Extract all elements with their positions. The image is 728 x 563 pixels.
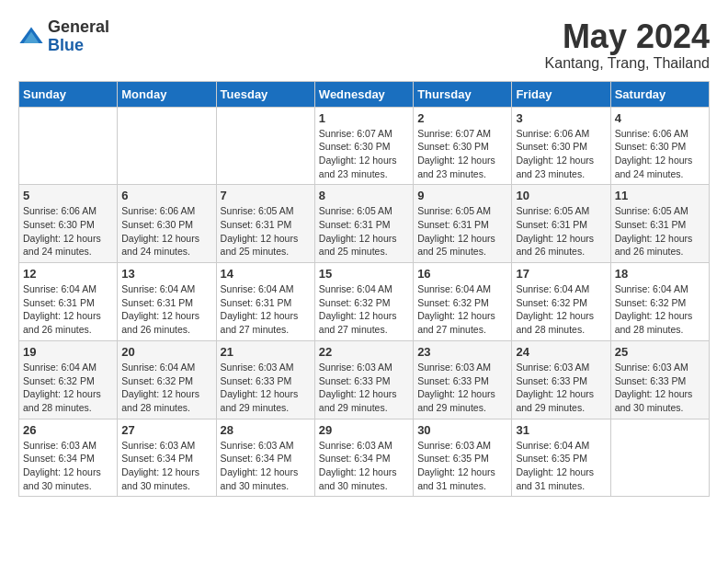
day-number: 9 <box>417 189 507 202</box>
day-info: Sunrise: 6:05 AM Sunset: 6:31 PM Dayligh… <box>417 204 507 259</box>
day-info: Sunrise: 6:03 AM Sunset: 6:34 PM Dayligh… <box>23 439 113 493</box>
calendar-cell: 22Sunrise: 6:03 AM Sunset: 6:33 PM Dayli… <box>314 340 413 419</box>
day-number: 2 <box>417 111 507 125</box>
day-info: Sunrise: 6:04 AM Sunset: 6:31 PM Dayligh… <box>221 282 311 337</box>
calendar-cell: 2Sunrise: 6:07 AM Sunset: 6:30 PM Daylig… <box>414 107 512 185</box>
day-number: 19 <box>23 345 113 359</box>
weekday-header-monday: Monday <box>118 81 216 107</box>
day-info: Sunrise: 6:03 AM Sunset: 6:34 PM Dayligh… <box>319 439 409 493</box>
calendar-cell: 29Sunrise: 6:03 AM Sunset: 6:34 PM Dayli… <box>314 419 413 497</box>
weekday-header-sunday: Sunday <box>19 81 118 107</box>
day-number: 24 <box>516 345 606 359</box>
calendar-subtitle: Kantang, Trang, Thailand <box>545 55 710 72</box>
calendar-cell: 15Sunrise: 6:04 AM Sunset: 6:32 PM Dayli… <box>314 263 413 341</box>
calendar-cell: 10Sunrise: 6:05 AM Sunset: 6:31 PM Dayli… <box>512 185 610 263</box>
calendar-cell: 30Sunrise: 6:03 AM Sunset: 6:35 PM Dayli… <box>414 419 512 497</box>
day-number: 25 <box>615 345 705 359</box>
calendar-cell: 25Sunrise: 6:03 AM Sunset: 6:33 PM Dayli… <box>610 340 709 419</box>
day-number: 4 <box>615 111 705 125</box>
day-info: Sunrise: 6:04 AM Sunset: 6:31 PM Dayligh… <box>23 282 113 337</box>
day-info: Sunrise: 6:05 AM Sunset: 6:31 PM Dayligh… <box>319 204 409 259</box>
day-info: Sunrise: 6:03 AM Sunset: 6:34 PM Dayligh… <box>121 439 211 493</box>
day-info: Sunrise: 6:05 AM Sunset: 6:31 PM Dayligh… <box>516 204 606 259</box>
calendar-cell <box>216 107 314 185</box>
day-info: Sunrise: 6:07 AM Sunset: 6:30 PM Dayligh… <box>417 127 507 181</box>
day-number: 7 <box>221 189 311 202</box>
calendar-cell: 16Sunrise: 6:04 AM Sunset: 6:32 PM Dayli… <box>414 263 512 341</box>
calendar-week-row: 12Sunrise: 6:04 AM Sunset: 6:31 PM Dayli… <box>19 263 710 341</box>
weekday-header-row: SundayMondayTuesdayWednesdayThursdayFrid… <box>19 81 710 107</box>
day-info: Sunrise: 6:03 AM Sunset: 6:33 PM Dayligh… <box>221 361 311 415</box>
day-info: Sunrise: 6:03 AM Sunset: 6:33 PM Dayligh… <box>615 361 705 415</box>
calendar-cell: 27Sunrise: 6:03 AM Sunset: 6:34 PM Dayli… <box>118 419 216 497</box>
day-info: Sunrise: 6:04 AM Sunset: 6:35 PM Dayligh… <box>516 439 606 493</box>
calendar-cell <box>610 419 709 497</box>
calendar-cell: 26Sunrise: 6:03 AM Sunset: 6:34 PM Dayli… <box>19 419 118 497</box>
day-number: 17 <box>516 267 606 281</box>
day-number: 27 <box>121 423 211 437</box>
day-number: 5 <box>23 189 113 202</box>
calendar-cell: 14Sunrise: 6:04 AM Sunset: 6:31 PM Dayli… <box>216 263 314 341</box>
calendar-week-row: 19Sunrise: 6:04 AM Sunset: 6:32 PM Dayli… <box>19 340 710 419</box>
day-number: 16 <box>417 267 507 281</box>
logo-blue-text: Blue <box>48 37 109 55</box>
day-info: Sunrise: 6:03 AM Sunset: 6:35 PM Dayligh… <box>417 439 507 493</box>
day-info: Sunrise: 6:06 AM Sunset: 6:30 PM Dayligh… <box>615 127 705 181</box>
day-number: 12 <box>23 267 113 281</box>
day-number: 22 <box>319 345 409 359</box>
day-info: Sunrise: 6:04 AM Sunset: 6:31 PM Dayligh… <box>121 282 211 337</box>
weekday-header-thursday: Thursday <box>414 81 512 107</box>
calendar-week-row: 5Sunrise: 6:06 AM Sunset: 6:30 PM Daylig… <box>19 185 710 263</box>
day-number: 26 <box>23 423 113 437</box>
weekday-header-wednesday: Wednesday <box>314 81 413 107</box>
calendar-cell <box>118 107 216 185</box>
calendar-cell: 4Sunrise: 6:06 AM Sunset: 6:30 PM Daylig… <box>610 107 709 185</box>
day-number: 15 <box>319 267 409 281</box>
day-number: 28 <box>221 423 311 437</box>
calendar-cell: 31Sunrise: 6:04 AM Sunset: 6:35 PM Dayli… <box>512 419 610 497</box>
day-info: Sunrise: 6:03 AM Sunset: 6:33 PM Dayligh… <box>417 361 507 415</box>
calendar-cell: 3Sunrise: 6:06 AM Sunset: 6:30 PM Daylig… <box>512 107 610 185</box>
day-info: Sunrise: 6:03 AM Sunset: 6:33 PM Dayligh… <box>516 361 606 415</box>
calendar-cell: 5Sunrise: 6:06 AM Sunset: 6:30 PM Daylig… <box>19 185 118 263</box>
calendar-week-row: 1Sunrise: 6:07 AM Sunset: 6:30 PM Daylig… <box>19 107 710 185</box>
day-number: 1 <box>319 111 409 125</box>
day-number: 29 <box>319 423 409 437</box>
day-number: 21 <box>221 345 311 359</box>
day-info: Sunrise: 6:03 AM Sunset: 6:34 PM Dayligh… <box>221 439 311 493</box>
calendar-cell: 9Sunrise: 6:05 AM Sunset: 6:31 PM Daylig… <box>414 185 512 263</box>
day-info: Sunrise: 6:04 AM Sunset: 6:32 PM Dayligh… <box>319 282 409 337</box>
day-info: Sunrise: 6:04 AM Sunset: 6:32 PM Dayligh… <box>615 282 705 337</box>
logo-icon <box>18 24 44 50</box>
day-number: 8 <box>319 189 409 202</box>
day-number: 3 <box>516 111 606 125</box>
calendar-title: May 2024 <box>545 18 710 55</box>
calendar-cell: 23Sunrise: 6:03 AM Sunset: 6:33 PM Dayli… <box>414 340 512 419</box>
logo-general: General <box>48 18 109 37</box>
weekday-header-friday: Friday <box>512 81 610 107</box>
day-info: Sunrise: 6:04 AM Sunset: 6:32 PM Dayligh… <box>417 282 507 337</box>
calendar-cell: 6Sunrise: 6:06 AM Sunset: 6:30 PM Daylig… <box>118 185 216 263</box>
calendar-table: SundayMondayTuesdayWednesdayThursdayFrid… <box>18 81 710 498</box>
day-number: 20 <box>121 345 211 359</box>
calendar-cell: 7Sunrise: 6:05 AM Sunset: 6:31 PM Daylig… <box>216 185 314 263</box>
day-info: Sunrise: 6:07 AM Sunset: 6:30 PM Dayligh… <box>319 127 409 181</box>
day-number: 30 <box>417 423 507 437</box>
day-info: Sunrise: 6:05 AM Sunset: 6:31 PM Dayligh… <box>615 204 705 259</box>
calendar-cell: 20Sunrise: 6:04 AM Sunset: 6:32 PM Dayli… <box>118 340 216 419</box>
calendar-cell: 24Sunrise: 6:03 AM Sunset: 6:33 PM Dayli… <box>512 340 610 419</box>
calendar-week-row: 26Sunrise: 6:03 AM Sunset: 6:34 PM Dayli… <box>19 419 710 497</box>
day-number: 13 <box>121 267 211 281</box>
day-number: 23 <box>417 345 507 359</box>
calendar-cell: 19Sunrise: 6:04 AM Sunset: 6:32 PM Dayli… <box>19 340 118 419</box>
calendar-cell: 11Sunrise: 6:05 AM Sunset: 6:31 PM Dayli… <box>610 185 709 263</box>
day-info: Sunrise: 6:03 AM Sunset: 6:33 PM Dayligh… <box>319 361 409 415</box>
day-number: 10 <box>516 189 606 202</box>
calendar-cell: 28Sunrise: 6:03 AM Sunset: 6:34 PM Dayli… <box>216 419 314 497</box>
calendar-cell: 12Sunrise: 6:04 AM Sunset: 6:31 PM Dayli… <box>19 263 118 341</box>
calendar-cell: 21Sunrise: 6:03 AM Sunset: 6:33 PM Dayli… <box>216 340 314 419</box>
page-header: General Blue May 2024 Kantang, Trang, Th… <box>18 18 710 72</box>
day-info: Sunrise: 6:04 AM Sunset: 6:32 PM Dayligh… <box>23 361 113 415</box>
calendar-cell: 17Sunrise: 6:04 AM Sunset: 6:32 PM Dayli… <box>512 263 610 341</box>
day-number: 11 <box>615 189 705 202</box>
